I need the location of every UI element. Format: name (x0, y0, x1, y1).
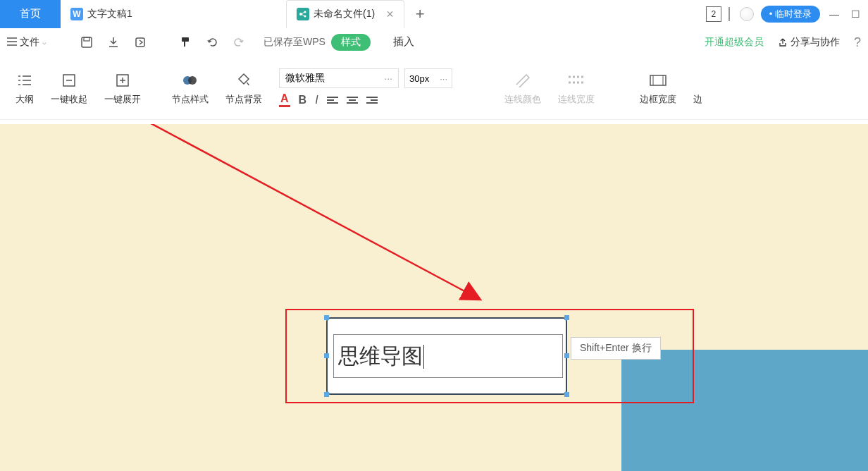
mindmap-root-node[interactable]: 思维导图 (326, 317, 567, 395)
text-cursor (423, 345, 424, 369)
svg-point-11 (188, 76, 197, 85)
line-color-button[interactable]: 连线颜色 (496, 60, 550, 116)
line-width-button[interactable]: 连线宽度 (550, 60, 603, 116)
titlebar-right: 2 • 临时登录 — ☐ (706, 0, 862, 28)
mindmap-icon (297, 8, 309, 20)
outline-icon (17, 71, 32, 90)
resize-handle[interactable] (564, 353, 569, 358)
line-color-icon (515, 71, 531, 90)
export-button[interactable] (131, 33, 149, 51)
save-status-text: 已保存至WPS (264, 36, 326, 49)
minimize-button[interactable]: — (827, 8, 841, 20)
ribbon: 大纲 一键收起 一键展开 节点样式 节点背景 微软雅黑 ··· (0, 56, 868, 120)
vip-link[interactable]: 开通超级会员 (705, 36, 764, 49)
titlebar: 首页 W 文字文稿1 未命名文件(1) × + 2 • 临时登录 — ☐ (0, 0, 868, 28)
svg-rect-12 (650, 75, 666, 85)
border-more-button[interactable]: 边 (685, 60, 702, 116)
align-right-button[interactable] (366, 97, 378, 104)
canvas[interactable]: 思维导图 Shift+Enter 换行 (0, 124, 868, 471)
collapse-icon (61, 71, 77, 90)
annotation-arrow (92, 124, 514, 329)
notification-badge[interactable]: 2 (706, 6, 721, 22)
node-text-input[interactable]: 思维导图 (333, 334, 563, 378)
node-bg-icon (236, 71, 252, 90)
tooltip: Shift+Enter 换行 (571, 337, 661, 360)
node-style-button[interactable]: 节点样式 (163, 60, 217, 116)
hamburger-icon (7, 37, 17, 48)
line-width-icon (567, 71, 585, 90)
format-painter-button[interactable] (176, 33, 194, 51)
align-left-button[interactable] (327, 97, 338, 104)
outline-button[interactable]: 大纲 (7, 60, 42, 116)
font-group: 微软雅黑 ··· 30px ··· A B I (271, 68, 461, 107)
file-menu-button[interactable]: 文件 ⌵ (7, 36, 46, 49)
style-tab[interactable]: 样式 (331, 34, 371, 51)
share-icon (778, 37, 788, 47)
border-width-icon (649, 71, 667, 90)
tab-active-label: 未命名文件(1) (314, 8, 375, 20)
bold-button[interactable]: B (299, 94, 307, 106)
word-doc-icon: W (70, 8, 83, 20)
align-center-button[interactable] (347, 97, 358, 104)
divider-icon (728, 7, 733, 21)
download-button[interactable] (104, 33, 123, 51)
login-status[interactable]: • 临时登录 (761, 6, 820, 23)
border-width-button[interactable]: 边框宽度 (631, 60, 685, 116)
tab-doc1[interactable]: W 文字文稿1 (61, 0, 286, 28)
expand-all-button[interactable]: 一键展开 (96, 60, 149, 116)
share-button[interactable]: 分享与协作 (778, 36, 840, 49)
expand-icon (115, 71, 130, 90)
svg-line-13 (113, 124, 479, 299)
italic-button[interactable]: I (315, 94, 318, 106)
tab-doc1-label: 文字文稿1 (87, 8, 132, 20)
collapse-all-button[interactable]: 一键收起 (42, 60, 96, 116)
tab-active[interactable]: 未命名文件(1) × (286, 0, 404, 28)
resize-handle[interactable] (324, 392, 329, 397)
help-button[interactable]: ? (854, 35, 861, 50)
node-style-icon (182, 71, 199, 90)
node-bg-button[interactable]: 节点背景 (217, 60, 271, 116)
avatar-icon[interactable] (740, 7, 754, 21)
maximize-button[interactable]: ☐ (848, 8, 862, 20)
more-icon: ··· (384, 73, 392, 84)
font-family-select[interactable]: 微软雅黑 ··· (279, 68, 399, 88)
toolbar: 文件 ⌵ 已保存至WPS 样式 插入 开通超级会员 分享与协作 ? (0, 28, 868, 56)
svg-rect-7 (182, 37, 189, 42)
tab-close-button[interactable]: × (386, 7, 394, 22)
svg-rect-4 (82, 37, 92, 47)
save-button[interactable] (78, 33, 96, 51)
undo-button[interactable] (203, 33, 221, 51)
resize-handle[interactable] (564, 392, 569, 397)
svg-rect-3 (728, 7, 730, 21)
text-color-button[interactable]: A (279, 92, 290, 107)
resize-handle[interactable] (564, 315, 569, 320)
chevron-down-icon: ⌵ (42, 38, 46, 46)
tab-new-button[interactable]: + (404, 0, 436, 28)
tab-home[interactable]: 首页 (0, 0, 61, 28)
redo-button[interactable] (230, 33, 248, 51)
more-icon: ··· (440, 73, 447, 84)
resize-handle[interactable] (324, 353, 329, 358)
resize-handle[interactable] (324, 315, 329, 320)
font-size-select[interactable]: 30px ··· (404, 68, 452, 88)
insert-tab[interactable]: 插入 (393, 35, 414, 49)
